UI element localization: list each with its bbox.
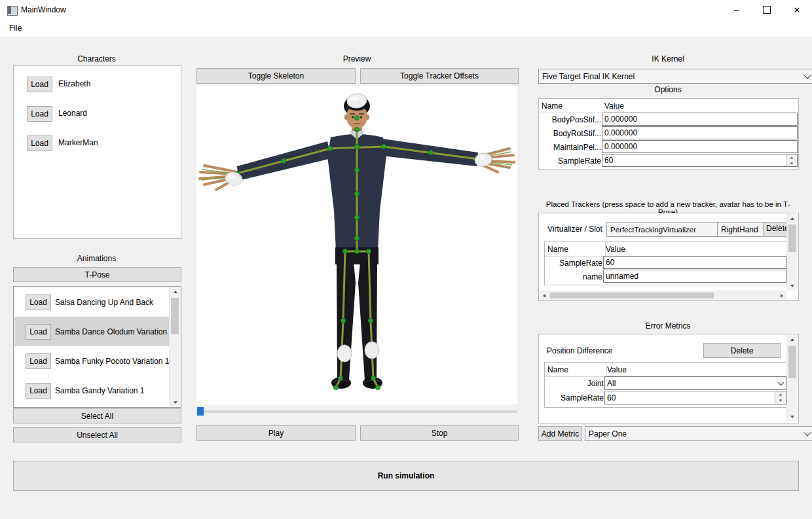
metric-samplerate-spin-buttons[interactable] [775, 391, 786, 404]
tpose-button[interactable]: T-Pose [13, 267, 181, 282]
toggle-tracker-offsets-button[interactable]: Toggle Tracker Offsets [360, 68, 519, 84]
preview-3d-viewport[interactable] [196, 86, 517, 404]
menu-bar: File [0, 20, 812, 37]
spin-up-icon[interactable] [786, 154, 797, 160]
main-window: MainWindow – ✕ File Characters Load Eliz… [0, 0, 812, 519]
ik-kernel-combobox[interactable]: Five Target Final IK Kernel [538, 69, 812, 84]
load-animation-button[interactable]: Load [26, 324, 51, 340]
characters-section-label: Characters [13, 54, 180, 63]
run-simulation-button[interactable]: Run simulation [13, 461, 799, 491]
timeline-slider[interactable] [196, 407, 517, 416]
animation-name: Salsa Dancing Up And Back [55, 287, 153, 317]
spin-up-icon[interactable] [775, 391, 786, 398]
spin-down-icon[interactable] [786, 160, 797, 166]
animation-name: Samba Funky Pocoto Variation 1 [55, 346, 170, 376]
scroll-left-button[interactable] [540, 291, 549, 300]
animations-list: Load Salsa Dancing Up And Back Load Samb… [13, 286, 181, 408]
animation-name: Samba Gandy Variation 1 [55, 376, 145, 405]
joint-combobox[interactable]: All [604, 376, 786, 390]
samplerate-spin-buttons[interactable] [786, 154, 797, 166]
slider-handle[interactable] [197, 407, 204, 416]
error-metrics-section-label: Error Metrics [538, 321, 798, 331]
scrollbar-thumb[interactable] [788, 224, 796, 252]
load-character-markerman-button[interactable]: Load [27, 135, 52, 151]
scroll-up-button[interactable] [787, 335, 798, 344]
unselect-all-button[interactable]: Unselect All [13, 427, 181, 442]
virtualizer-slot-label: Virtualizer / Slot [547, 222, 602, 236]
column-header-value: Value [602, 99, 798, 113]
load-character-elizabeth-button[interactable]: Load [27, 77, 52, 92]
tracker-name-input[interactable]: unnamed [603, 270, 786, 283]
animations-list-scrollbar[interactable] [169, 287, 181, 407]
maximize-button[interactable] [752, 0, 782, 20]
animation-list-item[interactable]: Load Samba Funky Pocoto Variation 1 [14, 346, 169, 376]
option-name: BodyRotStif... [539, 126, 606, 140]
option-name: SampleRate [539, 154, 606, 168]
tracker-samplerate-input[interactable]: 60 [603, 256, 786, 269]
minimize-icon: – [734, 5, 739, 15]
metrics-vertical-scrollbar[interactable] [786, 335, 798, 421]
column-header-name: Name [539, 99, 604, 113]
metric-name-label: Position Difference [547, 344, 613, 357]
spin-down-icon[interactable] [775, 398, 786, 404]
maximize-icon [763, 6, 771, 14]
delete-metric-button[interactable]: Delete [703, 343, 781, 358]
error-metrics-panel: Position Difference Delete Name Value Jo… [538, 334, 799, 423]
virtualizer-selected-value: PerfectTrackingVirtualizer [610, 226, 696, 234]
column-header-name: Name [545, 363, 607, 376]
load-animation-button[interactable]: Load [26, 295, 51, 310]
stop-button[interactable]: Stop [360, 425, 519, 441]
menu-file[interactable]: File [4, 22, 27, 35]
samplerate-spinbox[interactable]: 60 [602, 154, 798, 167]
animations-section-label: Animations [13, 254, 180, 263]
trackers-vertical-scrollbar[interactable] [786, 214, 798, 291]
chevron-down-icon [803, 429, 811, 436]
scroll-right-button[interactable] [777, 291, 786, 300]
close-button[interactable]: ✕ [782, 0, 812, 20]
tracker-properties-table: Name Value SampleRate 60 name unnamed [544, 242, 788, 285]
scroll-down-button[interactable] [170, 397, 181, 407]
slot-selected-value: RightHand [721, 225, 758, 234]
scroll-down-button[interactable] [787, 412, 798, 421]
characters-group: Load Elizabeth Load Leonard Load MarkerM… [13, 65, 181, 239]
scrollbar-thumb[interactable] [788, 346, 796, 378]
scroll-up-button[interactable] [787, 214, 798, 223]
metric-samplerate-spinbox[interactable]: 60 [604, 391, 786, 404]
minimize-button[interactable]: – [722, 0, 752, 20]
animation-list-item[interactable]: Load Samba Gandy Variation 1 [14, 376, 169, 405]
load-animation-button[interactable]: Load [26, 353, 51, 369]
column-header-name: Name [545, 242, 606, 256]
option-name: MaintainPel... [539, 140, 606, 154]
play-button[interactable]: Play [196, 425, 356, 441]
metric-property-name: Joint [545, 376, 608, 391]
chevron-down-icon [803, 71, 811, 79]
window-title: MainWindow [21, 5, 66, 14]
toggle-skeleton-button[interactable]: Toggle Skeleton [196, 68, 356, 84]
scroll-up-button[interactable] [170, 287, 181, 296]
bodyrotstiffness-value-input[interactable]: 0.000000 [602, 126, 798, 139]
scrollbar-thumb[interactable] [550, 293, 714, 298]
title-bar[interactable]: MainWindow – ✕ [0, 0, 812, 20]
scrollbar-thumb[interactable] [171, 298, 179, 334]
select-all-button[interactable]: Select All [13, 408, 181, 423]
bodyposstiffness-value-input[interactable]: 0.000000 [602, 113, 798, 126]
app-window-icon [7, 6, 18, 16]
trackers-horizontal-scrollbar[interactable] [540, 291, 786, 300]
column-header-value: Value [603, 242, 787, 256]
virtualizer-combobox[interactable]: PerfectTrackingVirtualizer [606, 222, 730, 237]
slider-groove[interactable] [196, 410, 517, 413]
animation-name: Samba Dance Olodum Variation [55, 317, 167, 346]
animation-list-item[interactable]: Load Salsa Dancing Up And Back [14, 287, 169, 317]
avatar-figure [196, 86, 517, 404]
animation-list-item-selected[interactable]: Load Samba Dance Olodum Variation [14, 317, 169, 346]
ik-options-table: Name Value BodyPosStif... 0.000000 BodyR… [538, 98, 799, 170]
load-animation-button[interactable]: Load [26, 383, 51, 399]
load-character-leonard-button[interactable]: Load [27, 106, 52, 122]
add-metric-button[interactable]: Add Metric [538, 426, 582, 441]
metric-property-name: SampleRate [545, 391, 608, 405]
metric-preset-combobox[interactable]: Paper One [585, 426, 812, 441]
metric-preset-selected-value: Paper One [589, 429, 627, 438]
scroll-down-button[interactable] [787, 281, 798, 291]
option-name: BodyPosStif... [539, 113, 606, 126]
maintainpelvis-value-input[interactable]: 0.000000 [602, 140, 798, 153]
